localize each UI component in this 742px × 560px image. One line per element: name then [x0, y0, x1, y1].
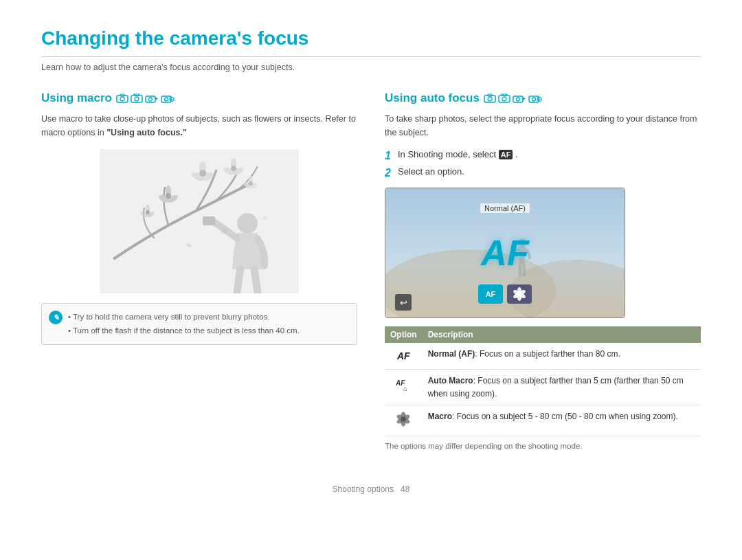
svg-point-10: [164, 98, 168, 101]
cam-btn-af[interactable]: AF: [478, 284, 503, 304]
svg-marker-53: [502, 94, 507, 96]
macro-svg: [100, 149, 299, 293]
macro-icon-2: [131, 93, 143, 103]
option-desc-automacro: Auto Macro: Focus on a subject farther t…: [423, 370, 701, 405]
table-row: AF ⌂ Auto Macro: Focus on a subject fart…: [385, 370, 701, 405]
macro-icon-1: [116, 93, 128, 103]
af-icon-2: [498, 93, 510, 103]
table-row: Macro: Focus on a subject 5 - 80 cm (50 …: [385, 405, 701, 436]
page-title: Changing the camera's focus: [41, 27, 701, 57]
footer-text: Shooting options: [333, 484, 394, 494]
svg-point-20: [199, 170, 206, 177]
svg-rect-47: [203, 216, 215, 225]
cam-screen-buttons: AF: [478, 284, 532, 304]
cam-back-button[interactable]: ↩: [395, 294, 412, 311]
col-header-description: Description: [423, 326, 701, 343]
normal-af-label: Normal (AF): [480, 203, 530, 213]
svg-rect-13: [100, 149, 299, 293]
af-icon-4: [528, 93, 542, 103]
macro-flower-icon: [512, 287, 527, 302]
page-subtitle: Learn how to adjust the camera's focus a…: [41, 63, 701, 72]
svg-point-60: [539, 99, 540, 100]
svg-point-7: [148, 98, 152, 101]
af-large-text: AF: [481, 232, 528, 273]
option-icon-automacro: AF ⌂: [385, 370, 423, 405]
tip-item-1: • Try to hold the camera very still to p…: [68, 311, 348, 324]
camera-screen: Normal (AF) AF AF: [385, 188, 625, 318]
autofocus-title: Using auto focus: [385, 91, 701, 105]
autofocus-description: To take sharp photos, select the appropr…: [385, 112, 701, 139]
main-content: Using macro: [41, 91, 701, 450]
footer: Shooting options 48: [41, 478, 701, 494]
svg-marker-5: [134, 94, 139, 96]
option-desc-normal: Normal (AF): Focus on a subject farther …: [423, 343, 701, 369]
macro-title: Using macro: [41, 91, 357, 105]
svg-point-71: [517, 292, 521, 296]
tip-item-2: • Turn off the flash if the distance to …: [68, 324, 348, 338]
autofocus-section: Using auto focus: [385, 91, 701, 450]
svg-point-46: [237, 213, 258, 234]
svg-point-58: [532, 98, 535, 101]
option-icon-macro: [385, 405, 423, 436]
macro-icon-3: [145, 93, 159, 103]
af-badge: AF: [499, 150, 513, 159]
svg-marker-8: [155, 97, 158, 100]
table-row: AF Normal (AF): Focus on a subject farth…: [385, 343, 701, 369]
macro-icon-4: [161, 93, 175, 103]
step-2: 2 Select an option.: [385, 166, 701, 179]
svg-point-4: [135, 97, 139, 101]
af-icon-3: [513, 93, 526, 103]
svg-point-27: [166, 193, 171, 199]
svg-point-34: [231, 166, 236, 171]
cam-btn-macro[interactable]: [507, 284, 532, 304]
option-desc-macro: Macro: Focus on a subject 5 - 80 cm (50 …: [423, 405, 701, 436]
options-table-header: Option Description: [385, 326, 701, 343]
af-icon-1: [484, 93, 496, 103]
svg-point-1: [120, 97, 124, 101]
svg-point-52: [502, 97, 506, 101]
footer-page-num: 48: [401, 484, 409, 494]
svg-point-80: [401, 417, 406, 422]
camera-screen-inner: Normal (AF) AF AF: [385, 188, 625, 317]
macro-description: Use macro to take close-up photos of sub…: [41, 112, 357, 139]
macro-title-icons: [116, 93, 175, 103]
autofocus-title-icons: [484, 93, 542, 103]
svg-point-42: [249, 181, 253, 186]
options-table: Option Description AF Normal (AF): Focus…: [385, 326, 701, 436]
macro-illustration: [100, 149, 299, 293]
macro-section: Using macro: [41, 91, 357, 450]
options-note: The options may differ depending on the …: [385, 442, 701, 450]
col-header-option: Option: [385, 326, 423, 343]
tip-icon: ✎: [49, 311, 63, 324]
step-1: 1 In Shooting mode, select AF .: [385, 149, 701, 162]
tip-box: ✎ • Try to hold the camera very still to…: [41, 303, 357, 345]
automacro-icon: AF ⌂: [395, 376, 412, 392]
macro-flower-table-icon: [396, 412, 411, 427]
svg-point-38: [146, 210, 150, 214]
svg-point-12: [171, 99, 172, 100]
svg-text:⌂: ⌂: [403, 385, 407, 392]
svg-point-49: [488, 97, 492, 101]
svg-point-55: [516, 98, 519, 101]
svg-marker-56: [523, 97, 526, 100]
option-icon-af: AF: [385, 343, 423, 369]
